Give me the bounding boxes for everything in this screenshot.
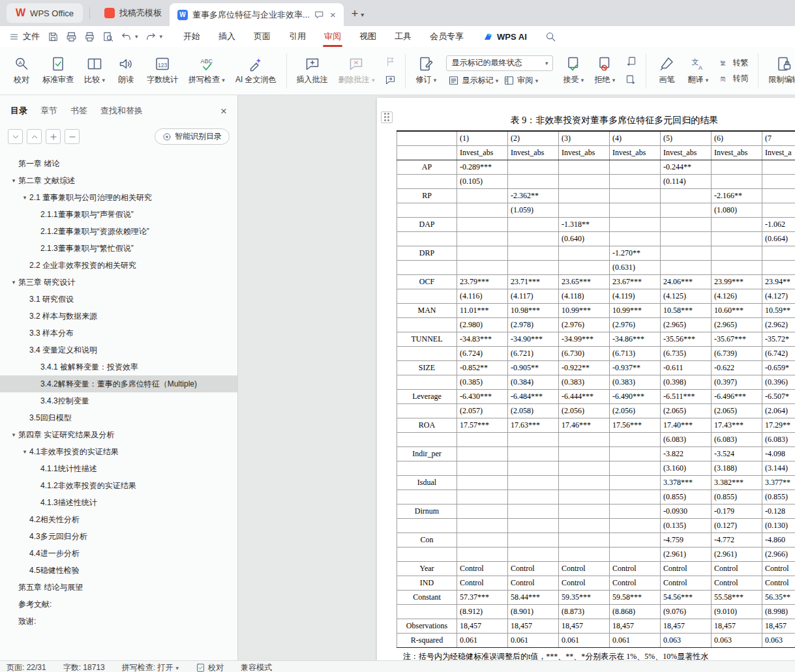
undo-dropdown-arrow[interactable]: ▾ — [135, 33, 138, 40]
table-cell[interactable]: -2.362** — [508, 188, 559, 203]
table-cell[interactable]: (0.631) — [610, 260, 661, 274]
table-cell[interactable]: Invest_abs — [508, 145, 559, 160]
row-label[interactable] — [397, 203, 457, 217]
ribbon-insert-comment-button[interactable]: 插入批注 — [292, 53, 333, 89]
table-cell[interactable]: Control — [610, 561, 661, 576]
table-cell[interactable]: Control — [457, 576, 508, 590]
toc-item[interactable]: 致谢: — [0, 613, 237, 630]
table-cell[interactable]: (2.965) — [661, 317, 712, 332]
wps-ai-button[interactable]: WPS AI — [483, 32, 527, 42]
table-cell[interactable]: -0.128 — [762, 504, 795, 518]
table-cell[interactable]: -34.99*** — [559, 332, 610, 346]
toc-item[interactable]: 第五章 结论与展望 — [0, 579, 237, 596]
table-cell[interactable]: 0.063 — [762, 633, 795, 647]
table-cell[interactable]: -0.622 — [712, 360, 762, 375]
row-label[interactable]: Year — [397, 561, 457, 576]
table-cell[interactable]: -0.905** — [508, 360, 559, 375]
table-cell[interactable]: (2.961) — [661, 547, 712, 561]
table-cell[interactable]: (8.873) — [559, 604, 610, 619]
table-cell[interactable]: -34.86*** — [610, 332, 661, 346]
table-cell[interactable]: (0.664) — [762, 231, 795, 246]
table-cell[interactable]: 18,457 — [712, 619, 762, 633]
table-cell[interactable]: (4) — [610, 131, 661, 145]
ribbon-brush-button[interactable]: 画笔 — [652, 53, 682, 89]
collapse-up-button[interactable] — [27, 129, 42, 144]
table-cell[interactable]: 10.59** — [762, 303, 795, 317]
table-cell[interactable] — [457, 504, 508, 518]
table-cell[interactable] — [457, 188, 508, 203]
ribbon-compare-button[interactable]: 比较 ▾ — [80, 53, 110, 89]
table-cell[interactable]: 10.99*** — [610, 303, 661, 317]
table-cell[interactable] — [457, 475, 508, 489]
toc-item[interactable]: 4.1.2非效率投资的实证结果 — [0, 477, 237, 494]
toc-item[interactable]: 3.4 变量定义和说明 — [0, 342, 237, 358]
collapse-triangle-icon[interactable]: ▾ — [20, 194, 29, 201]
table-cell[interactable]: (5) — [661, 131, 712, 145]
print-preview-icon[interactable] — [102, 31, 113, 42]
table-cell[interactable]: 17.46*** — [559, 418, 610, 432]
toc-item[interactable]: ▾第三章 研究设计 — [0, 274, 237, 291]
smart-recognize-button[interactable]: 智能识别目录 — [155, 128, 230, 145]
table-cell[interactable]: (0.640) — [559, 231, 610, 246]
table-cell[interactable]: -4.772 — [712, 533, 762, 547]
table-cell[interactable]: 23.99*** — [712, 274, 762, 289]
file-menu-button[interactable]: 文件 — [9, 31, 40, 42]
table-cell[interactable]: (2.057) — [457, 403, 508, 418]
table-cell[interactable] — [457, 461, 508, 475]
table-cell[interactable]: (3.160) — [661, 461, 712, 475]
table-cell[interactable] — [610, 231, 661, 246]
table-cell[interactable] — [610, 461, 661, 475]
row-label[interactable] — [397, 145, 457, 160]
toc-item[interactable]: 4.1.3描述性统计 — [0, 494, 237, 511]
ribbon-show-marks-button[interactable]: 显示标记 ▾ — [446, 74, 500, 87]
table-cell[interactable]: (0.135) — [661, 518, 712, 533]
ribbon-delete-comment-button[interactable]: 删除批注 ▾ — [334, 53, 380, 89]
row-label[interactable] — [397, 317, 457, 332]
table-cell[interactable]: -35.67*** — [712, 332, 762, 346]
table-cell[interactable]: (0.396) — [762, 375, 795, 389]
redo-dropdown-arrow[interactable]: ▾ — [160, 33, 163, 40]
table-cell[interactable]: (3.144) — [762, 461, 795, 475]
proof-status[interactable]: 校对 — [196, 662, 224, 672]
table-cell[interactable]: (0.383) — [559, 375, 610, 389]
table-cell[interactable] — [610, 547, 661, 561]
table-cell[interactable]: -35.56*** — [661, 332, 712, 346]
table-cell[interactable] — [559, 432, 610, 446]
table-cell[interactable]: 0.061 — [508, 633, 559, 647]
row-label[interactable]: OCF — [397, 274, 457, 289]
table-cell[interactable]: 23.79*** — [457, 274, 508, 289]
table-cell[interactable] — [457, 547, 508, 561]
table-cell[interactable]: (9.076) — [661, 604, 712, 619]
row-label[interactable] — [397, 260, 457, 274]
table-cell[interactable]: -6.444*** — [559, 389, 610, 403]
document-tab-template[interactable]: 找稿壳模板 — [97, 3, 170, 23]
collapse-all-button[interactable] — [65, 129, 80, 144]
table-cell[interactable]: 55.58*** — [712, 590, 762, 604]
table-cell[interactable] — [508, 446, 559, 461]
toc-item[interactable]: 4.3多元回归分析 — [0, 528, 237, 545]
row-label[interactable]: Leverage — [397, 389, 457, 403]
table-cell[interactable]: (4.118) — [559, 289, 610, 303]
table-cell[interactable]: 18,457 — [457, 619, 508, 633]
table-cell[interactable]: 18,457 — [610, 619, 661, 633]
table-cell[interactable]: 59.35*** — [559, 590, 610, 604]
table-cell[interactable]: -3.524 — [712, 446, 762, 461]
table-cell[interactable]: -34.83*** — [457, 332, 508, 346]
table-cell[interactable]: 54.56*** — [661, 590, 712, 604]
row-label[interactable]: DRP — [397, 246, 457, 260]
table-cell[interactable]: (2.966) — [762, 547, 795, 561]
table-cell[interactable]: (6.713) — [610, 346, 661, 360]
table-cell[interactable] — [610, 217, 661, 231]
table-cell[interactable]: -1.270** — [610, 246, 661, 260]
table-cell[interactable] — [457, 203, 508, 217]
table-cell[interactable]: Invest_abs — [661, 145, 712, 160]
table-cell[interactable]: 18,457 — [661, 619, 712, 633]
ribbon-review-pane-button[interactable]: 审阅 ▾ — [502, 74, 540, 87]
table-cell[interactable]: Control — [457, 561, 508, 576]
table-cell[interactable]: Control — [762, 576, 795, 590]
table-cell[interactable]: (0.130) — [762, 518, 795, 533]
table-cell[interactable]: (6.721) — [508, 346, 559, 360]
table-cell[interactable] — [559, 260, 610, 274]
table-cell[interactable]: (0.383) — [610, 375, 661, 389]
table-cell[interactable]: 10.60*** — [712, 303, 762, 317]
